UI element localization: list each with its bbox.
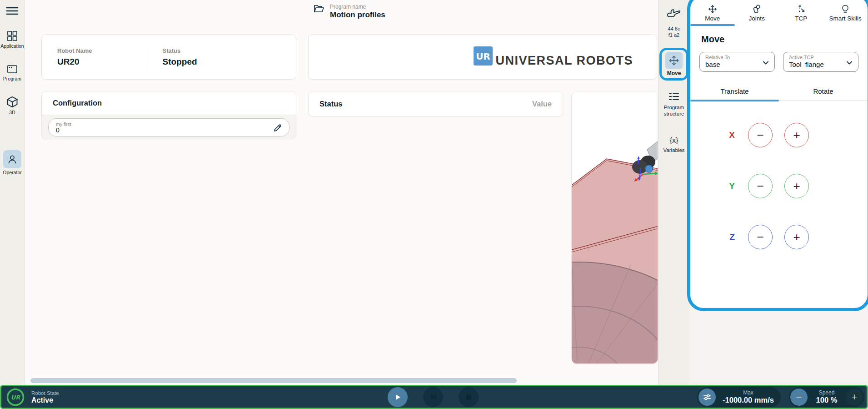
speed-pill: − Speed 100 % +	[789, 387, 864, 407]
speed-settings-button[interactable]	[698, 389, 716, 406]
rail-item-program-structure[interactable]: Program structure	[658, 91, 689, 117]
tcp-icon	[796, 4, 806, 14]
sidebar-item-label: Operator	[3, 170, 21, 175]
speed-increase-button[interactable]: +	[846, 389, 863, 406]
axis-row-z: Z − +	[690, 225, 868, 249]
active-tcp-label: Active TCP	[789, 55, 843, 61]
tab-tcp[interactable]: TCP	[779, 2, 823, 26]
play-icon	[394, 393, 402, 401]
relative-to-select[interactable]: Relative To base	[699, 52, 775, 72]
translate-rotate-tabs: Translate Rotate	[690, 84, 868, 101]
brand-wordmark: UNIVERSAL ROBOTS	[495, 54, 633, 68]
speed-label: Speed	[808, 389, 846, 396]
speed-value: 100 %	[808, 396, 846, 404]
robot-state-value: Active	[31, 396, 59, 404]
active-tcp-select[interactable]: Active TCP Tool_flange	[783, 52, 858, 72]
my-first-field[interactable]: my first 0	[48, 118, 289, 136]
active-tcp-value: Tool_flange	[789, 61, 843, 69]
step-button[interactable]	[423, 387, 443, 407]
speed-decrease-button[interactable]: −	[790, 389, 808, 406]
tab-rotate[interactable]: Rotate	[779, 84, 868, 101]
rail-item-move[interactable]: Move	[659, 48, 688, 81]
sidebar-item-operator[interactable]: Operator	[0, 150, 25, 175]
rail-item-label: Program structure	[660, 104, 688, 117]
left-sidebar: Application Program 3D	[0, 0, 25, 385]
stop-button[interactable]	[459, 387, 479, 407]
robot-status-value: Stopped	[163, 57, 197, 67]
stop-icon	[464, 393, 473, 401]
relative-to-value: base	[705, 61, 759, 69]
y-plus-button[interactable]: +	[784, 174, 809, 198]
sidebar-item-application[interactable]: Application	[0, 30, 25, 49]
x-minus-button[interactable]: −	[748, 123, 773, 147]
tab-move[interactable]: Move	[690, 2, 735, 26]
robot-serial-hex: 44 6c f1 a2	[658, 25, 689, 38]
3d-scene	[572, 91, 658, 364]
skip-icon	[429, 393, 437, 401]
field-label: my first	[56, 121, 71, 127]
robot-name-label: Robot Name	[57, 47, 92, 54]
right-rail: 44 6c f1 a2 Move Program structure {x	[658, 0, 689, 385]
horizontal-scrollbar[interactable]	[30, 378, 517, 383]
axis-x-label: X	[690, 130, 741, 140]
move-arrows-icon	[668, 55, 680, 66]
move-panel: Move Joints TCP	[687, 0, 868, 311]
configuration-card: Configuration my first 0	[41, 91, 296, 139]
chevron-down-icon	[845, 59, 853, 67]
slider-icon	[702, 392, 712, 402]
program-window-icon	[6, 64, 18, 75]
relative-to-label: Relative To	[705, 55, 759, 61]
robot-info-card: Robot Name UR20 Status Stopped	[41, 34, 296, 80]
panel-title: Move	[701, 34, 868, 45]
ur-logo-icon: UR	[474, 46, 493, 66]
sidebar-item-program[interactable]: Program	[0, 64, 25, 81]
rail-item-label: Variables	[663, 147, 684, 153]
edit-pencil-icon[interactable]	[273, 123, 283, 133]
freedrive-button[interactable]	[658, 7, 689, 19]
program-name-label: Program name	[330, 4, 385, 10]
z-minus-button[interactable]: −	[748, 225, 773, 249]
bottom-control-bar: UR Robot State Active	[0, 385, 868, 409]
application-grid-icon	[6, 30, 18, 42]
freedrive-hand-icon	[667, 7, 681, 19]
program-name: Motion profiles	[330, 10, 385, 20]
tab-joints[interactable]: Joints	[735, 2, 779, 26]
sidebar-item-label: Program	[3, 76, 21, 81]
tab-translate[interactable]: Translate	[690, 84, 779, 101]
robot-status-label: Status	[163, 47, 197, 54]
universal-robots-logo: UR UNIVERSAL ROBOTS	[474, 46, 633, 68]
y-minus-button[interactable]: −	[748, 174, 773, 198]
ur-badge-icon: UR	[6, 388, 25, 407]
hamburger-icon	[6, 6, 19, 16]
robot-state-label: Robot State	[31, 390, 59, 396]
brand-card: UR UNIVERSAL ROBOTS	[308, 34, 657, 80]
folder-icon	[314, 4, 324, 14]
rail-item-variables[interactable]: {x} Variables	[658, 136, 689, 153]
variables-icon: {x}	[670, 136, 678, 145]
max-speed-pill: Max -1000.00 mm/s	[697, 387, 781, 407]
robot-state[interactable]: UR Robot State Active	[6, 388, 59, 407]
x-plus-button[interactable]: +	[784, 123, 809, 147]
sidebar-item-3d[interactable]: 3D	[0, 96, 25, 115]
joints-icon	[752, 4, 762, 14]
divider	[147, 44, 147, 70]
cube-3d-icon	[6, 96, 19, 108]
sidebar-item-label: Application	[0, 43, 24, 49]
axis-row-y: Y − +	[690, 174, 868, 198]
main-area: Program name Motion profiles Robot Name …	[25, 0, 658, 385]
svg-text:UR: UR	[476, 51, 491, 62]
program-header[interactable]: Program name Motion profiles	[314, 4, 385, 20]
play-button[interactable]	[388, 387, 408, 407]
tab-smart-skills[interactable]: Smart Skills	[823, 2, 868, 26]
axis-z-label: Z	[690, 232, 741, 242]
menu-button[interactable]	[6, 6, 19, 16]
chevron-down-icon	[762, 59, 770, 67]
configuration-title: Configuration	[42, 91, 296, 115]
status-value-header: Value	[532, 100, 552, 108]
move-arrows-icon	[708, 4, 718, 14]
panel-tab-bar: Move Joints TCP	[690, 2, 868, 26]
z-plus-button[interactable]: +	[784, 225, 809, 249]
status-panel: Status Value	[308, 91, 563, 116]
sidebar-item-label: 3D	[9, 110, 15, 115]
3d-viewport[interactable]	[571, 91, 658, 364]
